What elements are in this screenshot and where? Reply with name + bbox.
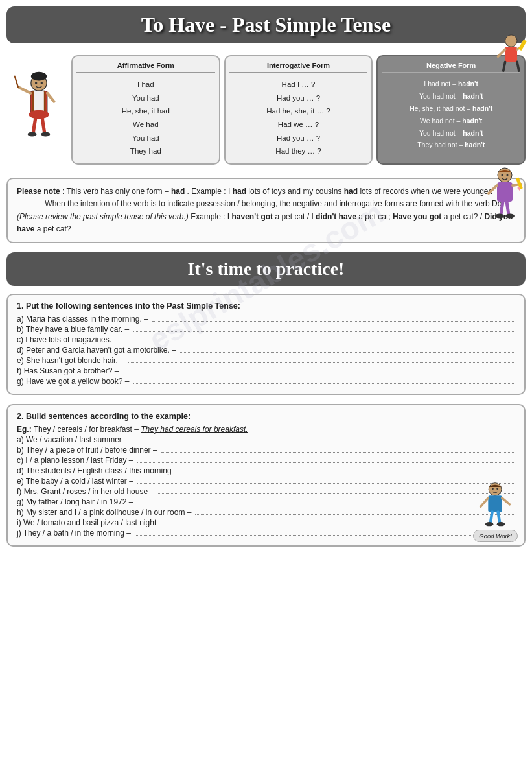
exercise2-item-j: j) They / a bath / in the morning – — [17, 528, 515, 538]
note-had: had — [171, 187, 185, 196]
note-text10: a pet cat? / — [444, 212, 485, 221]
affirmative-form-box: Affirmative Form I hadYou hadHe, she, it… — [71, 55, 220, 165]
svg-line-36 — [481, 498, 489, 506]
svg-line-29 — [507, 202, 509, 215]
exercise2-item-g: g) My father / long hair / in 1972 – — [17, 497, 515, 506]
svg-point-42 — [492, 488, 494, 490]
svg-rect-23 — [497, 182, 513, 202]
svg-line-7 — [15, 77, 18, 87]
affirmative-content: I hadYou hadHe, she, it hadWe hadYou had… — [76, 78, 215, 158]
exercise2-item-c: c) I / a piano lesson / last Friday – — [17, 456, 515, 465]
exercise2-example: Eg.: They / cereals / for breakfast – Th… — [17, 425, 515, 434]
kid-note-icon — [485, 166, 524, 224]
practice-title: It's time to practice! — [6, 252, 526, 286]
exercise1-item-f: f) Has Susan got a brother? – — [17, 366, 515, 375]
exercise1-answer-a — [152, 321, 515, 322]
negative-content: I had not – hadn't You had not – hadn't … — [382, 78, 520, 151]
svg-point-14 — [41, 82, 43, 84]
exercise1-answer-d — [180, 352, 515, 353]
exercise1-answer-b — [133, 331, 515, 332]
exercise2-item-f: f) Mrs. Grant / roses / in her old house… — [17, 487, 515, 496]
svg-line-37 — [502, 498, 510, 504]
svg-point-13 — [35, 82, 37, 84]
affirmative-label: Affirmative Form — [76, 62, 215, 73]
svg-rect-35 — [488, 495, 502, 512]
title-text: To Have - Past Simple Tense — [141, 13, 391, 36]
svg-point-34 — [489, 483, 502, 496]
svg-line-20 — [503, 62, 505, 71]
exercise2-item-e: e) The baby / a cold / last winter – — [17, 477, 515, 486]
note-text3: : I — [224, 187, 232, 196]
note-example1: Example — [191, 187, 222, 196]
svg-line-21 — [517, 62, 519, 71]
svg-point-40 — [485, 522, 494, 526]
forms-container: Affirmative Form I hadYou hadHe, she, it… — [71, 51, 526, 169]
exercise2-title: 2. Build sentences according to the exam… — [17, 412, 515, 421]
interrogative-content: Had I … ?Had you … ?Had he, she, it … ?H… — [229, 78, 368, 158]
good-work-area: Good Work! — [473, 481, 518, 542]
svg-line-17 — [498, 49, 505, 56]
exercise1-item-g: g) Have we got a yellow book? – — [17, 377, 515, 386]
note-text8: a pet cat / I — [275, 212, 316, 221]
teacher-image — [6, 51, 71, 155]
svg-point-1 — [31, 72, 47, 81]
exercise1-item-e: e) She hasn't got blonde hair. – — [17, 356, 515, 365]
interrogative-label: Interrogative Form — [229, 62, 368, 73]
note-had2: had — [233, 187, 246, 196]
svg-point-31 — [505, 214, 515, 219]
exercise2-item-d: d) The students / English class / this m… — [17, 466, 515, 475]
interrogative-form-box: Interrogative Form Had I … ?Had you … ?H… — [224, 55, 373, 165]
exercise1-item-a: a) Maria has classes in the morning. – — [17, 314, 515, 324]
note-had3: had — [344, 187, 358, 196]
svg-line-6 — [47, 93, 54, 102]
svg-point-10 — [29, 110, 49, 119]
exercise1-title: 1. Put the following sentences into the … — [17, 302, 515, 311]
svg-point-41 — [497, 522, 505, 526]
exercise2-item-a: a) We / vacation / last summer – — [17, 435, 515, 444]
note-text6: When the intention of the verb is to ind… — [45, 199, 503, 208]
svg-rect-16 — [505, 47, 517, 62]
exercise2-item-i: i) We / tomato and basil pizza / last ni… — [17, 518, 515, 527]
svg-line-28 — [501, 202, 503, 215]
forms-section: Affirmative Form I hadYou hadHe, she, it… — [6, 51, 526, 169]
note-text1: : This verb has only one form – — [62, 187, 171, 196]
practice-title-text: It's time to practice! — [188, 259, 345, 279]
svg-line-38 — [491, 512, 492, 523]
note-text7: : I — [223, 212, 231, 221]
exercise1-answer-g — [133, 383, 515, 384]
exercise1-answer-c — [122, 342, 515, 342]
note-text9: a pet cat; — [358, 212, 393, 221]
exercise1-item-d: d) Peter and Garcia haven't got a motorb… — [17, 346, 515, 355]
note-indent — [17, 199, 43, 208]
note-haventgot: haven't got — [232, 212, 273, 221]
exercise1-item-b: b) They have a blue family car. – — [17, 325, 515, 334]
svg-line-5 — [19, 88, 30, 93]
negative-form-box: Negative Form I had not – hadn't You had… — [376, 55, 526, 165]
note-didnthave: didn't have — [316, 212, 356, 221]
svg-point-30 — [495, 214, 504, 219]
note-text5: lots of records when we were younger. — [360, 187, 492, 196]
svg-point-43 — [496, 488, 498, 490]
note-section: Please note : This verb has only one for… — [6, 178, 526, 243]
note-italic: (Please review the past simple tense of … — [17, 212, 189, 221]
svg-point-15 — [505, 35, 517, 47]
note-text4: lots of toys and my cousins — [248, 187, 343, 196]
main-title: To Have - Past Simple Tense — [6, 6, 526, 43]
svg-point-33 — [507, 174, 509, 176]
exercise1-answer-f — [122, 373, 515, 373]
svg-point-12 — [41, 132, 50, 136]
note-text11: a pet cat? — [37, 224, 71, 233]
exercise2-item-h: h) My sister and I / a pink dollhouse / … — [17, 508, 515, 517]
exercise2-item-b: b) They / a piece of fruit / before dinn… — [17, 445, 515, 455]
exercise1-box: 1. Put the following sentences into the … — [6, 294, 526, 395]
svg-point-11 — [28, 132, 37, 136]
good-work-badge: Good Work! — [473, 530, 518, 542]
exercise1-item-c: c) I have lots of magazines. – — [17, 335, 515, 344]
kid-negative-icon — [492, 34, 527, 73]
note-please-note: Please note — [17, 187, 60, 196]
exercise2-box: 2. Build sentences according to the exam… — [6, 404, 526, 547]
note-example2: Example — [191, 212, 221, 221]
svg-point-32 — [502, 174, 503, 176]
exercise1-answer-e — [128, 362, 515, 363]
svg-rect-19 — [518, 40, 527, 51]
